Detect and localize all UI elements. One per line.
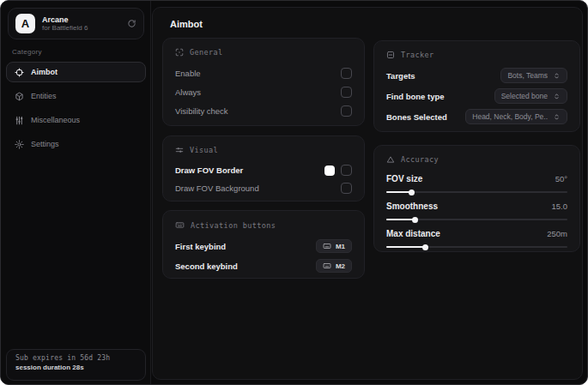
max-distance-slider[interactable] <box>386 244 567 250</box>
general-header: General <box>175 48 352 57</box>
fov-size-group: FOV size 50° <box>386 174 567 195</box>
sidebar-nav: Aimbot Entities Miscellaneous Settings <box>6 62 146 154</box>
visibility-check-checkbox[interactable] <box>341 105 352 117</box>
targets-row: Targets Bots, Teams <box>386 68 567 83</box>
unfold-icon <box>553 113 561 121</box>
draw-fov-border-controls <box>324 165 352 176</box>
first-keybind-label: First keybind <box>175 242 226 251</box>
sidebar-item-label: Entities <box>31 92 57 100</box>
sidebar-item-miscellaneous[interactable]: Miscellaneous <box>6 110 146 130</box>
visual-header-label: Visual <box>190 146 218 154</box>
enable-row: Enable <box>175 68 352 79</box>
fov-size-value: 50° <box>555 174 567 183</box>
sidebar-item-label: Settings <box>31 140 59 148</box>
slider-thumb[interactable] <box>409 189 415 196</box>
app-logo-letter: A <box>21 17 29 30</box>
triangle-icon <box>386 155 395 164</box>
keyboard-icon <box>323 242 331 250</box>
always-checkbox[interactable] <box>341 87 352 98</box>
accuracy-card: Accuracy FOV size 50° Smoothness 15.0 <box>373 145 580 252</box>
general-card: General Enable Always Visibility check <box>162 38 365 126</box>
gear-icon <box>15 140 24 149</box>
draw-fov-background-row: Draw FOV Background <box>175 183 352 194</box>
smoothness-group: Smoothness 15.0 <box>386 202 567 222</box>
bones-selected-select[interactable]: Head, Neck, Body, Pe.. <box>465 109 567 124</box>
general-header-label: General <box>190 48 223 57</box>
slider-fill <box>386 191 412 193</box>
sidebar: A Arcane for Battlefield 6 Category Aimb… <box>1 1 151 384</box>
always-label: Always <box>175 87 201 97</box>
sidebar-item-label: Aimbot <box>31 68 58 76</box>
always-row: Always <box>175 87 352 98</box>
first-keybind-button[interactable]: M1 <box>316 239 352 253</box>
slider-fill <box>386 246 426 248</box>
activation-buttons-card: Activation buttons First keybind M1 Seco… <box>162 210 365 279</box>
visual-card: Visual Draw FOV Border Draw FOV Backgrou… <box>162 135 365 202</box>
targets-select[interactable]: Bots, Teams <box>500 68 567 83</box>
targets-value: Bots, Teams <box>507 71 548 80</box>
visibility-check-label: Visibility check <box>175 106 228 116</box>
crosshair-icon <box>15 68 24 77</box>
sidebar-item-label: Miscellaneous <box>31 116 80 124</box>
targets-label: Targets <box>386 71 415 81</box>
enable-checkbox[interactable] <box>341 68 352 79</box>
tracker-card: Tracker Targets Bots, Teams Find bone ty… <box>373 40 580 132</box>
bones-selected-value: Head, Neck, Body, Pe.. <box>472 112 548 121</box>
draw-fov-border-label: Draw FOV Border <box>175 165 243 175</box>
max-distance-group: Max distance 250m <box>386 229 567 250</box>
sub-expiry-text: Sub expires in 56d 23h <box>15 354 136 362</box>
first-keybind-value: M1 <box>336 243 345 250</box>
first-keybind-row: First keybind M1 <box>175 239 352 253</box>
fov-border-color-swatch[interactable] <box>324 165 335 176</box>
page-title: Aimbot <box>170 19 203 29</box>
square-minus-icon <box>386 51 395 59</box>
draw-fov-border-row: Draw FOV Border <box>175 165 352 176</box>
cube-icon <box>15 92 24 101</box>
smoothness-slider[interactable] <box>386 216 567 222</box>
second-keybind-row: Second keybind M2 <box>175 259 352 273</box>
keyboard-icon <box>323 262 331 270</box>
fov-size-slider[interactable] <box>386 189 567 195</box>
accuracy-header-label: Accuracy <box>401 155 439 164</box>
find-bone-type-label: Find bone type <box>386 92 445 101</box>
smoothness-label: Smoothness <box>386 202 438 211</box>
sidebar-item-aimbot[interactable]: Aimbot <box>6 62 146 82</box>
find-bone-type-row: Find bone type Selected bone <box>386 88 567 104</box>
vertical-sliders-icon <box>15 116 24 125</box>
draw-fov-border-checkbox[interactable] <box>341 165 352 176</box>
bones-selected-row: Bones Selected Head, Neck, Body, Pe.. <box>386 109 567 124</box>
slider-thumb[interactable] <box>422 244 428 250</box>
brand-card[interactable]: A Arcane for Battlefield 6 <box>8 8 144 39</box>
unfold-icon <box>553 72 561 80</box>
draw-fov-background-checkbox[interactable] <box>341 183 352 194</box>
keyboard-icon <box>175 220 185 230</box>
accuracy-header: Accuracy <box>386 155 567 164</box>
find-bone-type-value: Selected bone <box>501 92 548 100</box>
draw-fov-background-label: Draw FOV Background <box>175 183 259 193</box>
second-keybind-value: M2 <box>336 262 345 270</box>
second-keybind-button[interactable]: M2 <box>316 259 352 273</box>
adjustments-icon <box>175 146 184 154</box>
second-keybind-label: Second keybind <box>175 262 238 271</box>
find-bone-type-select[interactable]: Selected bone <box>494 88 567 104</box>
sidebar-item-entities[interactable]: Entities <box>6 86 146 106</box>
sidebar-item-settings[interactable]: Settings <box>6 134 146 154</box>
main-panel: Aimbot General Enable Always Visibility … <box>152 7 583 380</box>
scan-target-icon <box>175 48 184 57</box>
bones-selected-label: Bones Selected <box>386 112 447 122</box>
sync-icon[interactable] <box>127 19 136 28</box>
slider-fill <box>386 219 415 220</box>
brand-subtitle: for Battlefield 6 <box>42 24 120 32</box>
visual-header: Visual <box>175 146 352 154</box>
activation-header-label: Activation buttons <box>191 221 276 230</box>
category-label: Category <box>12 48 42 56</box>
tracker-header-label: Tracker <box>401 51 434 59</box>
unfold-icon <box>553 93 561 100</box>
slider-thumb[interactable] <box>412 217 418 223</box>
max-distance-label: Max distance <box>386 229 440 238</box>
brand-text: Arcane for Battlefield 6 <box>42 15 120 33</box>
smoothness-value: 15.0 <box>552 202 568 211</box>
enable-label: Enable <box>175 69 201 78</box>
session-duration-text: session duration 28s <box>15 364 136 371</box>
max-distance-value: 250m <box>547 229 567 238</box>
